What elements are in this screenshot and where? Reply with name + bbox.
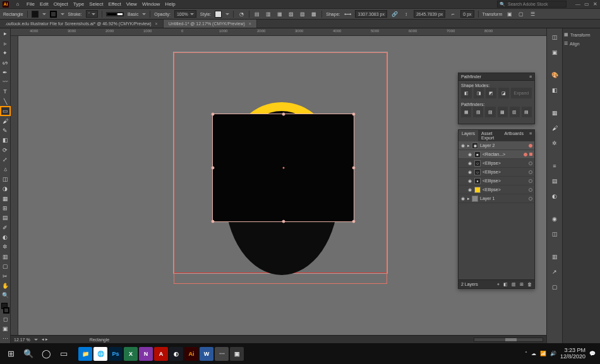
layer-row[interactable]: ◉ ■ <Rectan...>	[459, 150, 534, 159]
lasso-tool[interactable]: ᔕ	[1, 58, 10, 67]
menu-file[interactable]: File	[27, 1, 35, 7]
layer-name[interactable]: <Ellipse>	[483, 161, 501, 165]
layer-row[interactable]: ◉ <Ellipse>	[459, 185, 534, 194]
align-bottom-icon[interactable]: ▩	[310, 10, 318, 18]
layer-name[interactable]: Layer 2	[480, 143, 495, 148]
layers-tab[interactable]: Layers	[459, 130, 478, 141]
merge-button[interactable]: ▨	[485, 107, 495, 117]
hand-tool[interactable]: ✋	[1, 281, 10, 290]
unite-button[interactable]: ◧	[461, 88, 472, 98]
free-transform-tool[interactable]: ◫	[1, 175, 10, 184]
canvas[interactable]: Pathfinder ≡ Shape Modes: ◧ ◨ ◩ ◪ Expand	[18, 36, 546, 335]
clip-mask-icon[interactable]: ◧	[503, 282, 508, 287]
lock-aspect-icon[interactable]: 🔗	[391, 10, 399, 18]
gradient-panel-icon[interactable]: ▤	[548, 175, 561, 187]
layer-row[interactable]: ◉ ▸ ◼ Layer 2	[459, 141, 534, 150]
onenote-app-icon[interactable]: N	[139, 347, 153, 361]
swatches-panel-icon[interactable]: ▦	[548, 107, 561, 119]
asset-export-tab[interactable]: Asset Export	[478, 130, 501, 141]
shaper-tool[interactable]: ✎	[1, 126, 10, 135]
transform-panel-toggle[interactable]: ▦ Transform	[564, 30, 599, 39]
perspective-grid-tool[interactable]: ▦	[1, 194, 10, 203]
align-left-icon[interactable]: ▤	[253, 10, 261, 18]
symbols-panel-icon[interactable]: ✲	[548, 137, 561, 150]
mask-icon[interactable]: ▢	[517, 10, 525, 18]
transparency-panel-icon[interactable]: ◐	[548, 190, 561, 203]
isolate-icon[interactable]: ▣	[506, 10, 513, 18]
file-explorer-app-icon[interactable]: 📁	[78, 347, 92, 361]
panel-menu-icon[interactable]: ≡	[527, 130, 534, 141]
recolor-artwork-icon[interactable]: ◔	[237, 10, 245, 18]
tab-close-icon[interactable]: ×	[249, 21, 251, 26]
onedrive-tray-icon[interactable]: ☁	[531, 351, 536, 356]
minus-back-button[interactable]: ▤	[522, 107, 532, 117]
blend-tool[interactable]: ◐	[1, 233, 10, 242]
selected-rectangle[interactable]	[212, 114, 354, 222]
visibility-icon[interactable]: ◉	[467, 161, 472, 166]
slice-tool[interactable]: ✂	[1, 271, 10, 280]
visibility-icon[interactable]: ◉	[467, 179, 472, 184]
zoom-level[interactable]: 12.17 %	[14, 338, 30, 342]
color-guide-panel-icon[interactable]: ◧	[548, 84, 561, 97]
visibility-icon[interactable]: ◉	[460, 196, 465, 201]
start-button[interactable]: ⊞	[3, 346, 19, 362]
layer-row[interactable]: ◉ ▸ Layer 1	[459, 194, 534, 203]
new-sublayer-icon[interactable]: ▥	[512, 282, 516, 287]
layer-name[interactable]: <Ellipse>	[483, 187, 501, 192]
pathfinder-panel[interactable]: Pathfinder ≡ Shape Modes: ◧ ◨ ◩ ◪ Expand	[458, 73, 535, 124]
intersect-button[interactable]: ◩	[486, 88, 496, 98]
column-graph-tool[interactable]: ▥	[1, 252, 10, 261]
tab-close-icon[interactable]: ×	[155, 21, 158, 26]
search-stock-input[interactable]: 🔍 Search Adobe Stock	[497, 1, 567, 8]
maximize-icon[interactable]: ▭	[584, 1, 589, 7]
rotate-tool[interactable]: ⟳	[1, 146, 10, 155]
align-right-icon[interactable]: ▦	[276, 10, 284, 18]
stroke-profile[interactable]	[106, 12, 124, 16]
visibility-icon[interactable]: ◉	[467, 152, 472, 157]
pen-tool[interactable]: ✒	[1, 68, 10, 77]
shape-height-input[interactable]: 2645.7839 px	[414, 10, 445, 18]
task-view-button[interactable]: ◯	[38, 346, 54, 362]
artboard[interactable]	[174, 52, 387, 273]
curvature-tool[interactable]: 〰	[1, 78, 10, 86]
ruler-vertical[interactable]	[11, 36, 18, 335]
divide-button[interactable]: ▦	[461, 107, 471, 117]
stroke-swatch[interactable]	[50, 11, 57, 18]
system-clock[interactable]: 3:23 PM 12/8/2020	[560, 348, 585, 360]
appearance-panel-icon[interactable]: ◉	[548, 213, 561, 225]
layers-panel-icon[interactable]: ▥	[548, 250, 561, 263]
magic-wand-tool[interactable]: ✦	[1, 49, 10, 57]
edit-toolbar-icon[interactable]: ⋯	[1, 334, 10, 343]
layer-name[interactable]: Layer 1	[480, 196, 495, 201]
stroke-weight-input[interactable]: ˆ	[86, 10, 98, 18]
minimize-icon[interactable]: —	[575, 1, 580, 7]
layer-name[interactable]: <Rectan...>	[483, 152, 505, 156]
crop-button[interactable]: ▩	[498, 107, 508, 117]
minus-front-button[interactable]: ◨	[474, 88, 484, 98]
horizontal-scrollbar[interactable]	[474, 338, 543, 342]
layers-panel[interactable]: Layers Asset Export Artboards ≡ ◉ ▸ ◼ La…	[458, 129, 535, 289]
menu-window[interactable]: Window	[142, 1, 160, 7]
misc-app-icon-2[interactable]: ▣	[230, 347, 244, 361]
artboards-panel-icon[interactable]: ▢	[548, 281, 561, 293]
artboards-tab[interactable]: Artboards	[501, 130, 527, 141]
shape-builder-tool[interactable]: ◑	[1, 184, 10, 193]
new-layer-icon[interactable]: ⊞	[520, 282, 524, 287]
layer-row[interactable]: ◉ ○ <Ellipse>	[459, 168, 534, 177]
illustrator-app-icon[interactable]: Ai	[184, 347, 198, 361]
layer-name[interactable]: <Ellipse>	[483, 179, 501, 183]
layer-row[interactable]: ◉ ○ <Ellipse>	[459, 159, 534, 168]
home-icon[interactable]: ⌂	[14, 1, 21, 8]
libraries-panel-icon[interactable]: ▣	[548, 46, 561, 59]
delete-layer-icon[interactable]: 🗑	[527, 282, 532, 286]
scale-tool[interactable]: ⤢	[1, 155, 10, 164]
visibility-icon[interactable]: ◉	[467, 170, 472, 175]
acrobat-app-icon[interactable]: A	[154, 347, 168, 361]
menu-select[interactable]: Select	[89, 1, 103, 7]
layer-row[interactable]: ◉ ● <Ellipse>	[459, 177, 534, 185]
visibility-icon[interactable]: ◉	[460, 143, 465, 148]
fill-dropdown-icon[interactable]	[42, 13, 46, 15]
symbol-sprayer-tool[interactable]: ✲	[1, 242, 10, 251]
align-top-icon[interactable]: ▧	[287, 10, 295, 18]
graphic-styles-panel-icon[interactable]: ◫	[548, 228, 561, 240]
